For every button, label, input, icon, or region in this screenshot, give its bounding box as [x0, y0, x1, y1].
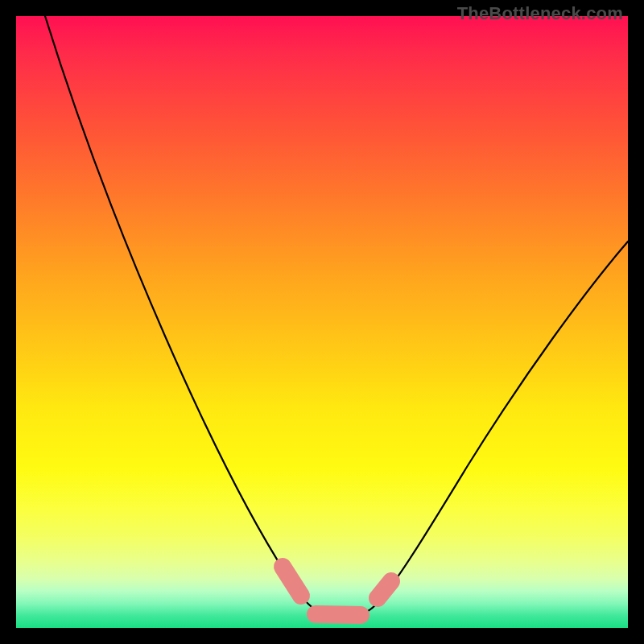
valley-marker-left — [283, 567, 301, 596]
curve-path — [45, 16, 628, 617]
chart-frame: TheBottleneck.com — [0, 0, 644, 644]
bottleneck-curve — [16, 16, 628, 628]
plot-area — [16, 16, 628, 628]
valley-marker-bottom — [316, 614, 361, 615]
valley-marker-right — [378, 581, 391, 598]
watermark-text: TheBottleneck.com — [457, 3, 623, 24]
